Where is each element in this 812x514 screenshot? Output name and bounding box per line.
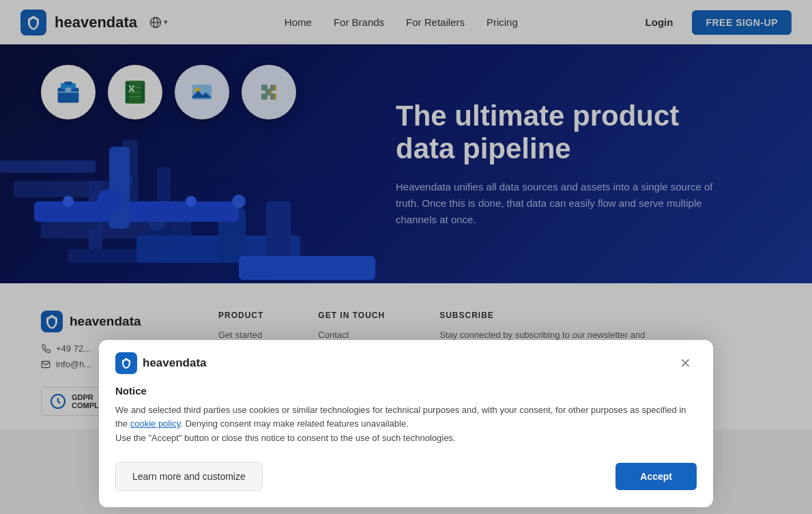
cookie-logo-icon: [115, 352, 137, 374]
cookie-logo-text: heavendata: [143, 356, 207, 370]
cookie-modal-header: heavendata ✕: [99, 340, 713, 374]
cookie-modal: heavendata ✕ Notice We and selected thir…: [99, 340, 713, 429]
cookie-policy-link[interactable]: cookie policy: [130, 418, 180, 429]
cookie-notice-title: Notice: [115, 385, 697, 397]
cookie-modal-body: Notice We and selected third parties use…: [99, 374, 713, 429]
cookie-close-button[interactable]: ✕: [674, 352, 697, 374]
cookie-logo: heavendata: [115, 352, 207, 374]
modal-overlay[interactable]: heavendata ✕ Notice We and selected thir…: [0, 0, 812, 429]
cookie-notice-text: We and selected third parties use cookie…: [115, 403, 697, 429]
cookie-logo-svg: [120, 357, 132, 369]
